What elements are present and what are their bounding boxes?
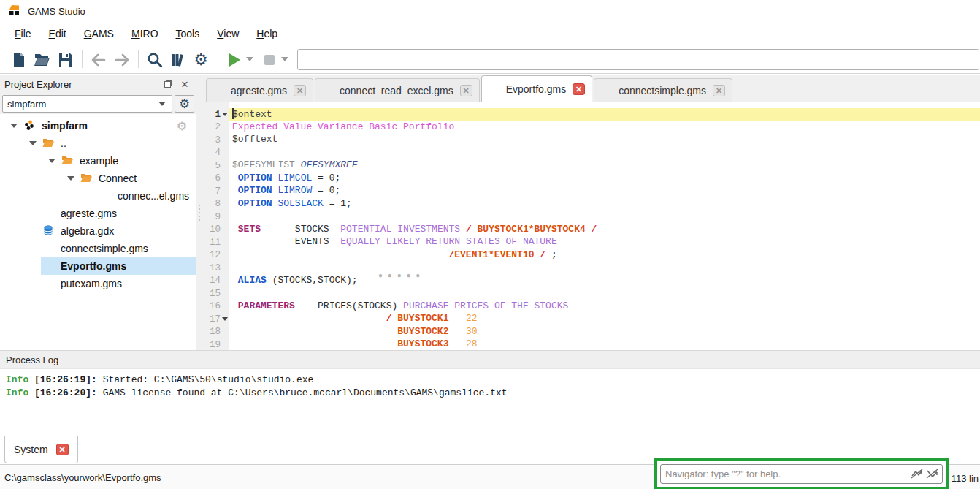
code-area[interactable]: $ontextExpected Value Variance Basic Por… xyxy=(229,102,980,350)
folder-icon xyxy=(61,154,74,167)
vertical-splitter[interactable] xyxy=(196,75,203,350)
menu-file[interactable]: File xyxy=(6,24,40,43)
gms-icon xyxy=(489,83,501,96)
code-line-4[interactable] xyxy=(229,147,980,160)
settings-button[interactable]: ⚙ xyxy=(190,48,212,70)
log-line: Info [16:26:19]: Started: C:\GAMS\50\stu… xyxy=(6,374,980,387)
code-line-6[interactable]: OPTION LIMCOL = 0; xyxy=(229,173,980,186)
tree-item-putexam-gms[interactable]: putexam.gms xyxy=(0,275,196,292)
model-library-button[interactable] xyxy=(166,48,188,70)
float-panel-button[interactable] xyxy=(161,78,174,90)
code-line-13[interactable] xyxy=(229,262,980,275)
regex-search-disabled-icon[interactable] xyxy=(926,469,939,479)
editor-tab-connect-read-excel-gms[interactable]: connect_read_excel.gms✕ xyxy=(315,78,480,102)
close-tab-button[interactable]: ✕ xyxy=(294,85,306,96)
code-line-10[interactable]: SETS STOCKS POTENTIAL INVESTMENTS / BUYS… xyxy=(229,224,980,237)
menu-gams[interactable]: GAMS xyxy=(75,24,123,43)
code-line-3[interactable]: $offtext xyxy=(229,134,980,147)
close-tab-button[interactable]: ✕ xyxy=(713,85,725,96)
title-bar: GAMS Studio xyxy=(0,0,980,22)
line-number: 14 xyxy=(203,275,229,288)
line-number: 1 xyxy=(203,108,229,121)
code-line-17[interactable]: / BUYSTOCK1 22 xyxy=(229,313,980,326)
project-options-button[interactable]: ⚙ xyxy=(175,95,194,113)
code-line-5[interactable]: $OFFSYMLIST OFFSYMXREF xyxy=(229,159,980,173)
tree-item-example[interactable]: example xyxy=(0,152,196,170)
code-line-14[interactable]: ALIAS (STOCKS,STOCK); xyxy=(229,275,980,288)
fold-marker-icon[interactable] xyxy=(222,317,228,321)
code-line-16[interactable]: PARAMETERS PRICES(STOCKS) PURCHASE PRICE… xyxy=(229,300,980,314)
fold-marker-icon[interactable] xyxy=(222,113,228,116)
project-gear-icon[interactable]: ⚙ xyxy=(177,119,187,133)
gear-icon: ⚙ xyxy=(179,96,190,111)
new-file-button[interactable] xyxy=(7,48,29,70)
menu-help[interactable]: Help xyxy=(248,24,286,43)
code-line-7[interactable]: OPTION LIMROW = 0; xyxy=(229,185,980,198)
menu-tools[interactable]: Tools xyxy=(167,24,209,43)
process-log-panel: Process Log Info [16:26:19]: Started: C:… xyxy=(0,350,980,436)
status-bar: C:\gamsclass\yourwork\Evportfo.gms xyxy=(0,464,980,489)
code-line-19[interactable]: BUYSTOCK3 28 xyxy=(229,338,980,350)
menu-miro[interactable]: MIRO xyxy=(123,24,167,43)
navigator-input[interactable] xyxy=(661,469,911,479)
tab-system[interactable]: System ✕ xyxy=(4,436,78,463)
navigator-highlight-box xyxy=(654,458,949,489)
stop-dropdown-caret[interactable] xyxy=(281,57,288,61)
code-line-9[interactable] xyxy=(229,211,980,224)
code-line-11[interactable]: EVENTS EQUALLY LIKELY RETURN STATES OF N… xyxy=(229,236,980,249)
horizontal-splitter[interactable]: ● ● ● ● ● xyxy=(378,271,421,279)
search-button[interactable] xyxy=(143,48,165,70)
line-number: 12 xyxy=(203,249,229,262)
tree-item-simpfarm[interactable]: simpfarm⚙ xyxy=(0,117,196,134)
run-dropdown-caret[interactable] xyxy=(246,57,253,61)
code-line-12[interactable]: /EVENT1*EVENT10 / ; xyxy=(229,249,980,262)
stop-button[interactable] xyxy=(258,48,280,70)
tree-item-label: Connect xyxy=(99,173,137,184)
close-system-tab-button[interactable]: ✕ xyxy=(56,444,69,455)
tree-item--[interactable]: .. xyxy=(0,134,196,152)
run-button[interactable] xyxy=(223,48,245,70)
tree-item-evportfo-gms[interactable]: Evportfo.gms xyxy=(0,257,196,275)
code-line-18[interactable]: BUYSTOCK2 30 xyxy=(229,326,980,339)
forward-arrow-button[interactable] xyxy=(110,48,132,70)
expand-arrow-icon[interactable] xyxy=(10,124,18,128)
close-panel-button[interactable]: ✕ xyxy=(178,78,191,90)
tree-item-agreste-gms[interactable]: agreste.gms xyxy=(0,205,196,222)
toolbar-separator xyxy=(218,50,218,68)
code-line-2[interactable]: Expected Value Variance Basic Portfolio xyxy=(229,121,980,134)
line-number: 13 xyxy=(203,262,229,275)
project-selector-dropdown[interactable]: simpfarm xyxy=(2,95,172,113)
tree-item-connect[interactable]: Connect xyxy=(0,170,196,187)
close-tab-button[interactable]: ✕ xyxy=(460,85,472,96)
code-line-15[interactable] xyxy=(229,287,980,300)
line-number: 6 xyxy=(203,173,229,186)
code-line-1[interactable]: $ontext xyxy=(229,108,980,121)
code-editor[interactable]: 12345678910111213141516171819 $ontextExp… xyxy=(203,102,980,350)
gear-icon: ⚙ xyxy=(194,50,208,69)
back-arrow-button[interactable] xyxy=(87,48,109,70)
menu-view[interactable]: View xyxy=(208,24,248,43)
folder-icon xyxy=(42,137,55,150)
close-tab-button[interactable]: ✕ xyxy=(573,83,585,95)
menu-edit[interactable]: Edit xyxy=(40,24,75,43)
editor-tab-agreste-gms[interactable]: agreste.gms✕ xyxy=(206,78,313,102)
process-log-output: Info [16:26:19]: Started: C:\GAMS\50\stu… xyxy=(0,369,980,401)
gms-icon xyxy=(42,277,55,290)
save-file-button[interactable] xyxy=(54,48,76,70)
open-file-button[interactable] xyxy=(31,48,53,70)
expand-arrow-icon[interactable] xyxy=(67,176,74,181)
tab-label: connectsimple.gms xyxy=(619,85,706,96)
chevron-down-icon xyxy=(158,102,166,106)
project-explorer-title: Project Explorer xyxy=(4,79,156,90)
editor-tab-evportfo-gms[interactable]: Evportfo.gms✕ xyxy=(481,75,592,102)
tree-item-algebra-gdx[interactable]: algebra.gdx xyxy=(0,222,196,240)
editor-tab-connectsimple-gms[interactable]: connectsimple.gms✕ xyxy=(594,78,732,102)
expand-arrow-icon[interactable] xyxy=(29,141,37,145)
gams-parameters-input[interactable] xyxy=(297,49,979,70)
wrap-search-disabled-icon[interactable] xyxy=(911,469,924,479)
tree-item-connectsimple-gms[interactable]: connectsimple.gms xyxy=(0,240,196,257)
line-number: 5 xyxy=(203,159,229,173)
expand-arrow-icon[interactable] xyxy=(48,159,55,163)
code-line-8[interactable]: OPTION SOLSLACK = 1; xyxy=(229,198,980,211)
tree-item-connec-el-gms[interactable]: connec...el.gms xyxy=(0,187,196,205)
